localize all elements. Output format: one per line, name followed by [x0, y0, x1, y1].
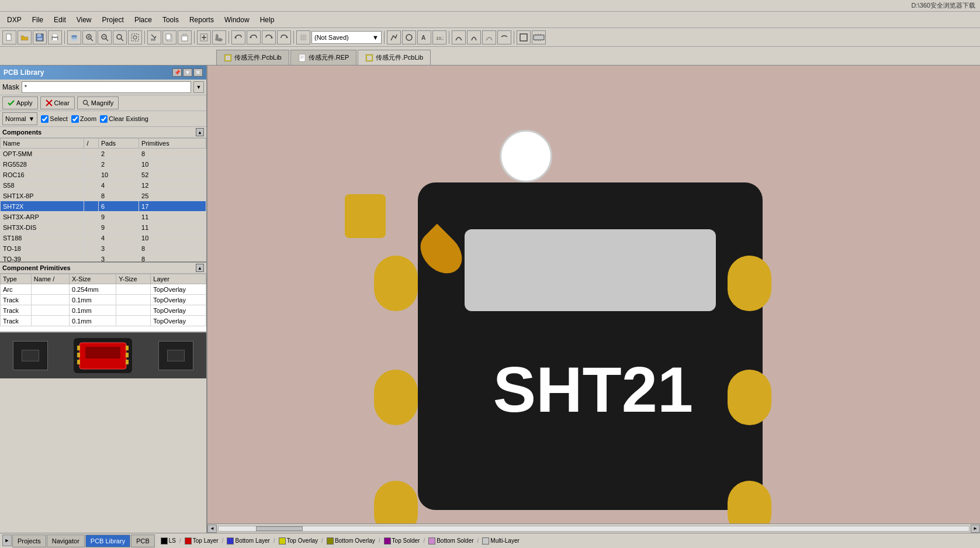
tb-paste[interactable]: [178, 30, 192, 44]
menu-view[interactable]: View: [72, 15, 96, 25]
menu-place[interactable]: Place: [130, 15, 157, 25]
mask-input[interactable]: [22, 81, 191, 93]
select-checkbox-label[interactable]: Select: [41, 115, 68, 123]
tb-open[interactable]: [18, 30, 32, 44]
prim-scroll-btn[interactable]: ▲: [196, 264, 204, 272]
clear-existing-checkbox[interactable]: [100, 115, 108, 123]
not-saved-dropdown[interactable]: (Not Saved) ▼: [311, 31, 382, 44]
hscroll-track[interactable]: [218, 526, 969, 532]
comp-scroll-btn[interactable]: ▲: [196, 128, 204, 136]
tb-zoom-fit[interactable]: [113, 30, 127, 44]
tb-components-icon[interactable]: [532, 30, 546, 44]
menu-window[interactable]: Window: [220, 15, 254, 25]
svg-rect-47: [535, 34, 536, 36]
panel-menu-btn[interactable]: ▼: [183, 68, 192, 77]
tb-grid[interactable]: [296, 30, 310, 44]
menu-help[interactable]: Help: [255, 15, 279, 25]
hscroll-right[interactable]: ►: [971, 525, 980, 533]
cell-name: RG5528: [1, 159, 84, 170]
table-row[interactable]: RG5528 2 10: [1, 159, 206, 170]
table-row[interactable]: SHT3X-DIS 9 11: [1, 222, 206, 233]
tb-arc3[interactable]: [482, 30, 496, 44]
layer-multi[interactable]: Multi-Layer: [480, 537, 521, 544]
tab-pcblib2[interactable]: 传感元件.PcbLib: [358, 50, 431, 65]
layer-ls[interactable]: LS: [158, 537, 178, 544]
tb-move[interactable]: [212, 30, 226, 44]
hscroll-left[interactable]: ◄: [207, 525, 217, 533]
tab-nav-projects[interactable]: Projects: [12, 535, 46, 547]
tb-undo[interactable]: [231, 30, 245, 44]
primitives-table-container[interactable]: Type Name / X-Size Y-Size Layer Arc 0.25…: [0, 274, 206, 332]
mask-dropdown-btn[interactable]: ▼: [193, 81, 204, 93]
menu-project[interactable]: Project: [98, 15, 129, 25]
tb-layers[interactable]: [67, 30, 81, 44]
table-row[interactable]: TO-18 3 8: [1, 243, 206, 254]
tab-nav-pcb[interactable]: PCB: [131, 535, 155, 547]
tb-arc2[interactable]: [467, 30, 481, 44]
layer-top-overlay[interactable]: Top Overlay: [276, 537, 320, 544]
tb-text[interactable]: A: [417, 30, 431, 44]
tb-print[interactable]: [48, 30, 62, 44]
table-row[interactable]: ROC16 10 52: [1, 170, 206, 180]
tb-copy[interactable]: [162, 30, 176, 44]
tab-nav-navigator[interactable]: Navigator: [47, 535, 85, 547]
menu-reports[interactable]: Reports: [185, 15, 219, 25]
zoom-checkbox-label[interactable]: Zoom: [71, 115, 96, 123]
tb-plus[interactable]: [197, 30, 211, 44]
col-sort[interactable]: /: [84, 139, 98, 149]
tb-cut[interactable]: [147, 30, 161, 44]
list-item[interactable]: Track 0.1mm TopOverlay: [1, 295, 206, 305]
tb-redo[interactable]: [262, 30, 276, 44]
pcb-canvas[interactable]: SHT21 ◄: [207, 66, 980, 533]
table-row[interactable]: SHT2X 6 17: [1, 201, 206, 212]
clear-button[interactable]: Clear: [40, 96, 75, 109]
tb-new[interactable]: [2, 30, 16, 44]
mode-dropdown[interactable]: Normal ▼: [2, 112, 37, 125]
tb-arc4[interactable]: [497, 30, 511, 44]
table-row[interactable]: OPT-5MM 2 8: [1, 149, 206, 159]
tab-pcblib1[interactable]: 传感元件.PcbLib: [216, 50, 289, 65]
tb-undo2[interactable]: [247, 30, 261, 44]
list-item[interactable]: Track 0.1mm TopOverlay: [1, 305, 206, 316]
components-table-area[interactable]: Name / Pads Primitives OPT-5MM 2 8 RG552…: [0, 138, 206, 261]
list-item[interactable]: Track 0.1mm TopOverlay: [1, 316, 206, 326]
tab-rep[interactable]: 传感元件.REP: [290, 50, 357, 65]
menu-tools[interactable]: Tools: [158, 15, 183, 25]
table-row[interactable]: SHT3X-ARP 9 11: [1, 212, 206, 222]
tb-box[interactable]: [517, 30, 531, 44]
nav-arrow[interactable]: ►: [2, 535, 12, 546]
select-checkbox[interactable]: [41, 115, 49, 123]
menu-dxp[interactable]: DXP: [2, 15, 26, 25]
zoom-checkbox[interactable]: [71, 115, 79, 123]
tb-draw[interactable]: [387, 30, 401, 44]
apply-button[interactable]: Apply: [2, 96, 38, 109]
hscroll-thumb[interactable]: [256, 526, 303, 531]
tb-redo2[interactable]: [277, 30, 291, 44]
tb-save[interactable]: [33, 30, 47, 44]
panel-pin-btn[interactable]: 📌: [172, 68, 182, 77]
layer-bottom-overlay[interactable]: Bottom Overlay: [324, 537, 378, 544]
table-row[interactable]: TO-39 3 8: [1, 254, 206, 262]
h-scrollbar[interactable]: ◄ ►: [207, 523, 980, 533]
table-row[interactable]: SHT1X-8P 8 25: [1, 191, 206, 201]
layer-bottom[interactable]: Bottom Layer: [224, 537, 272, 544]
tb-circle[interactable]: [402, 30, 416, 44]
tb-arc1[interactable]: [452, 30, 466, 44]
layer-top-solder[interactable]: Top Solder: [382, 537, 423, 544]
tab-nav-pcblibrary[interactable]: PCB Library: [85, 535, 130, 547]
list-item[interactable]: Arc 0.254mm TopOverlay: [1, 284, 206, 295]
tb-zoom-out[interactable]: [98, 30, 112, 44]
clear-existing-label[interactable]: Clear Existing: [100, 115, 148, 123]
tb-zoom-area[interactable]: [128, 30, 142, 44]
layer-top[interactable]: Top Layer: [182, 537, 221, 544]
table-row[interactable]: ST188 4 10: [1, 233, 206, 243]
tb-zoom-in[interactable]: [82, 30, 96, 44]
tb-measure[interactable]: 10,10: [432, 30, 446, 44]
layer-bottom-solder[interactable]: Bottom Solder: [426, 537, 476, 544]
panel-close-btn[interactable]: ✕: [193, 68, 203, 77]
menu-edit[interactable]: Edit: [49, 15, 71, 25]
prim-col-name[interactable]: Name /: [31, 274, 69, 284]
magnify-button[interactable]: Magnify: [77, 96, 119, 109]
table-row[interactable]: S58 4 12: [1, 180, 206, 191]
menu-file[interactable]: File: [27, 15, 48, 25]
